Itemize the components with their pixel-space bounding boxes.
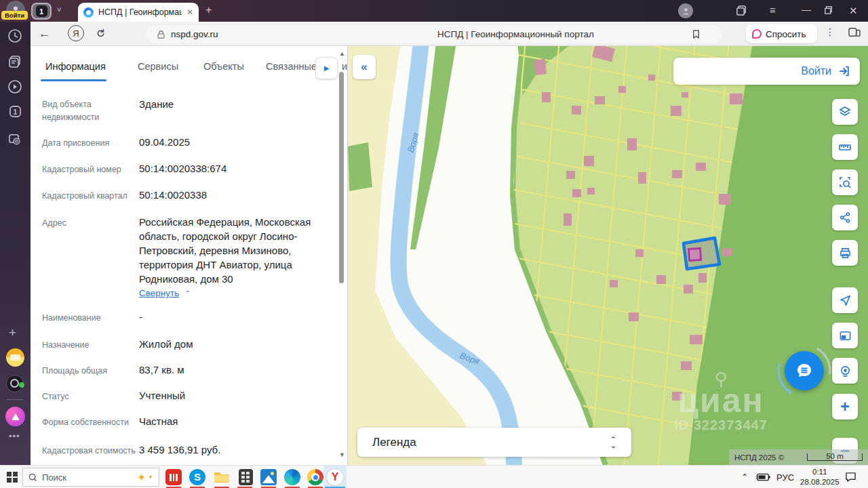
field-label: Дата присвоения	[42, 137, 137, 150]
plus-icon: +	[840, 399, 850, 415]
selected-building[interactable]	[688, 248, 701, 260]
reload-icon[interactable]: ⟳	[94, 25, 109, 41]
ask-ai-icon	[752, 29, 762, 39]
sparkle-small-icon: ✦	[148, 474, 153, 481]
browser-sidebar: 1 + •••	[0, 22, 31, 465]
alice-assistant-icon[interactable]	[5, 407, 25, 426]
field-label: Статус	[42, 390, 137, 403]
tab-services[interactable]: Сервисы	[138, 61, 178, 72]
chat-support-button[interactable]	[785, 351, 824, 390]
taskbar-app-red[interactable]	[165, 468, 182, 486]
tray-chevron-icon[interactable]: ⌃	[741, 466, 748, 488]
area-search-button[interactable]	[832, 169, 858, 195]
restore-button[interactable]	[824, 5, 833, 18]
taskbar-photos[interactable]	[260, 468, 277, 486]
layers-icon	[838, 105, 852, 119]
scroll-down-arrow[interactable]: ▼	[339, 451, 345, 458]
feed-icon[interactable]	[7, 54, 22, 72]
tabs-scroll-next-button[interactable]: ▶	[315, 57, 338, 79]
printer-icon	[839, 247, 852, 260]
map-canvas[interactable]: Воря Воря	[348, 46, 868, 465]
field-value: 83,7 кв. м	[139, 363, 329, 377]
selected-parcel[interactable]	[684, 238, 719, 269]
scroll-up-arrow[interactable]: ▲	[339, 50, 345, 57]
tab-group-chip[interactable]: 1	[31, 3, 52, 20]
menu-icon[interactable]: ≡	[770, 4, 776, 16]
panel-scrollbar[interactable]	[339, 72, 344, 283]
messenger-icon[interactable]	[6, 375, 24, 392]
collapse-panel-button[interactable]: «	[353, 55, 376, 79]
taskbar-chrome[interactable]	[307, 468, 324, 486]
active-tab-underline	[41, 79, 106, 81]
yandex-button[interactable]: Я	[68, 25, 84, 41]
legend-bar[interactable]: Легенда ⌃⌄	[357, 428, 631, 457]
field-value: Жилой дом	[139, 337, 329, 351]
object-search-button[interactable]	[832, 358, 858, 384]
browser-toolbar: ← Я ⟳ nspd.gov.ru НСПД | Геоинформационн…	[31, 22, 868, 46]
site-favicon-icon	[83, 7, 94, 18]
expand-collapse-icon[interactable]: ⌃⌄	[610, 436, 616, 449]
ring-shape	[10, 379, 19, 388]
browser-tab-active[interactable]: НСПД | Геоинформаци ✕	[78, 3, 199, 22]
minimize-button[interactable]: —	[802, 4, 811, 15]
taskbar-yandex-active[interactable]: Y	[323, 466, 347, 488]
browser-titlebar: Войти 1 ˅ НСПД | Геоинформаци ✕ + ≡ — ✕	[0, 0, 868, 22]
locate-button[interactable]	[832, 287, 858, 313]
taskbar-edge[interactable]	[283, 468, 301, 486]
bookmark-icon[interactable]	[692, 29, 701, 39]
history-clock-icon[interactable]	[7, 28, 22, 46]
tabs-counter-icon[interactable]: 1	[8, 104, 22, 121]
minimap-button[interactable]	[832, 323, 858, 348]
tray-date: 28.08.2025	[800, 477, 840, 487]
clock[interactable]: 0:11 28.08.2025	[800, 466, 840, 488]
map-login-button[interactable]: Войти	[673, 58, 860, 85]
taskbar-explorer[interactable]	[213, 468, 231, 486]
ruler-icon	[838, 140, 852, 154]
collapse-address-link[interactable]: Свернуть ⌃	[139, 288, 191, 298]
triangle-shape	[12, 413, 20, 420]
tab-objects[interactable]: Объекты	[203, 61, 244, 72]
field-value: Здание	[139, 97, 329, 111]
taskbar-calculator[interactable]	[237, 468, 254, 486]
print-button[interactable]	[832, 240, 858, 266]
zoom-in-button[interactable]: +	[832, 394, 858, 420]
taskbar-search-box[interactable]: Поиск ✦ ✦	[22, 468, 159, 487]
screenshot-icon[interactable]	[7, 132, 23, 150]
layers-button[interactable]	[832, 99, 858, 125]
back-button[interactable]: ←	[39, 27, 50, 41]
all-tabs-icon[interactable]	[736, 5, 747, 19]
sidebar-more-icon[interactable]: •••	[9, 431, 20, 441]
svg-text:1: 1	[14, 108, 18, 116]
ask-ai-button[interactable]: Спросить	[746, 24, 817, 43]
area-search-icon	[838, 176, 852, 189]
ruler-button[interactable]	[832, 134, 858, 160]
notification-center-icon[interactable]	[845, 466, 856, 488]
field-label: Форма собственности	[42, 416, 137, 429]
taskbar-skype[interactable]: S	[189, 468, 206, 486]
mail-icon[interactable]	[6, 348, 24, 367]
profile-login-badge[interactable]: Войти	[1, 11, 28, 20]
tab-information[interactable]: Информация	[45, 61, 106, 72]
legend-label: Легенда	[372, 436, 610, 449]
address-bar[interactable]: nspd.gov.ru НСПД | Геоинформационный пор…	[146, 25, 722, 43]
start-button[interactable]	[7, 472, 18, 483]
side-panels-icon[interactable]	[848, 27, 861, 41]
field-value: -	[139, 310, 329, 324]
tab-group-chevron-icon[interactable]: ˅	[57, 6, 61, 14]
language-indicator[interactable]: РУС	[776, 466, 794, 488]
windows-taskbar: Поиск ✦ ✦ S	[0, 465, 868, 488]
lock-icon	[157, 30, 165, 39]
titlebar-avatar-icon[interactable]	[678, 3, 693, 18]
more-options-icon[interactable]: ⋮	[825, 26, 835, 37]
chevron-right-icon: ▶	[324, 64, 330, 72]
close-button[interactable]: ✕	[849, 5, 858, 17]
user-icon	[682, 7, 690, 16]
new-tab-button[interactable]: +	[205, 5, 212, 16]
field-label: Кадастровая стоимость	[42, 445, 137, 458]
share-button[interactable]	[832, 205, 858, 230]
video-play-icon[interactable]	[7, 79, 22, 97]
tab-close-icon[interactable]: ✕	[186, 7, 193, 17]
field-label: Назначение	[42, 339, 137, 352]
tab-partial[interactable]: и	[342, 61, 347, 72]
sidebar-add-icon[interactable]: +	[9, 325, 16, 340]
